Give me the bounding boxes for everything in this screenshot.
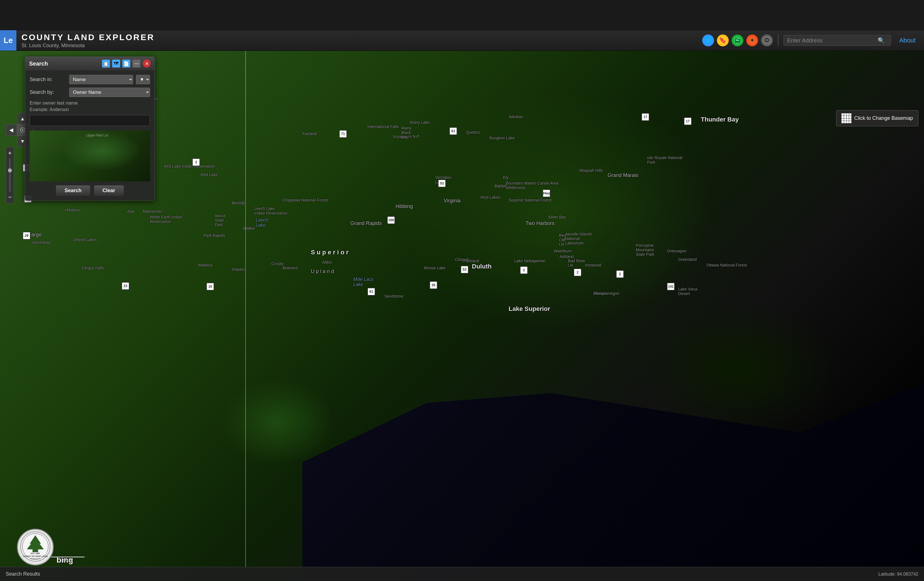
highway-shield-canada-hwy: Hwy bbox=[543, 189, 550, 197]
search-in-row: Search in: Name Address PIN ▼ bbox=[30, 75, 150, 84]
coordinate-display: Latitude: 94.083742 bbox=[878, 572, 918, 577]
search-dialog: Search 📋 🗺 📄 — ✕ Search in: Name Address… bbox=[25, 56, 155, 201]
address-search-input[interactable] bbox=[787, 37, 878, 44]
app-title: COUNTY LAND EXPLORER bbox=[21, 33, 155, 42]
svg-point-1 bbox=[22, 129, 23, 131]
search-by-label: Search by: bbox=[30, 89, 66, 95]
search-button-row: Search Clear bbox=[30, 185, 150, 196]
highway-shield-sl53: 53 bbox=[460, 266, 469, 274]
settings-icon[interactable]: ⚙ bbox=[761, 35, 773, 46]
basemap-grid-icon bbox=[842, 113, 851, 123]
search-hint: Enter owner last name bbox=[30, 100, 150, 106]
search-by-row: Search by: Owner Name Parcel ID Address bbox=[30, 87, 150, 97]
highway-shield-61-top: 61 bbox=[449, 127, 457, 135]
basemap-change-button[interactable]: Click to Change Basemap bbox=[836, 110, 918, 126]
search-dialog-icons: 📋 🗺 📄 — ✕ bbox=[102, 59, 150, 68]
layers-icon[interactable]: 🗂 bbox=[732, 35, 743, 46]
badge-inner: COUNTY OF SAINT LOUIS MINNESOTA EST. 185… bbox=[20, 531, 51, 563]
search-text-input[interactable] bbox=[30, 115, 150, 126]
search-dialog-body: Search in: Name Address PIN ▼ Search by:… bbox=[25, 70, 155, 200]
highway-shield-71: 71 bbox=[339, 130, 347, 138]
zoom-out-button[interactable]: − bbox=[8, 193, 12, 201]
county-badge: COUNTY OF SAINT LOUIS MINNESOTA EST. 185… bbox=[17, 529, 54, 565]
svg-text:COUNTY OF SAINT LOUIS: COUNTY OF SAINT LOUIS bbox=[23, 555, 48, 557]
svg-text:EST. 1856: EST. 1856 bbox=[31, 553, 40, 555]
pan-left-button[interactable]: ◀ bbox=[6, 124, 17, 135]
globe-icon[interactable]: 🌐 bbox=[702, 35, 714, 46]
search-example: Example: Anderson bbox=[30, 107, 150, 112]
search-magnifier-icon[interactable]: 🔍 bbox=[878, 37, 885, 44]
zoom-slider-track bbox=[9, 158, 10, 192]
dialog-map-preview: Upper Red Lol bbox=[30, 130, 150, 182]
highway-shield-2-r: 2 bbox=[520, 266, 528, 274]
search-in-label: Search in: bbox=[30, 77, 66, 83]
search-dialog-title: Search bbox=[29, 61, 48, 67]
highway-shield-141: 141 bbox=[667, 282, 675, 290]
search-results-label: Search Results bbox=[6, 571, 40, 577]
highway-shield-169: 169 bbox=[387, 216, 395, 224]
topbar-tools: 🌐 🔖 🗂 ✳ ⚙ 🔍 About bbox=[702, 35, 916, 46]
dialog-icon-1[interactable]: 📋 bbox=[102, 59, 110, 68]
topbar: Le COUNTY LAND EXPLORER St. Louis County… bbox=[0, 31, 924, 51]
highway-shield-23: 23 bbox=[122, 282, 129, 290]
highway-shield-2: 2 bbox=[192, 158, 200, 166]
app-title-block: COUNTY LAND EXPLORER St. Louis County, M… bbox=[21, 33, 155, 49]
county-line bbox=[245, 51, 246, 567]
bookmark-icon[interactable]: 🔖 bbox=[717, 35, 729, 46]
scale-bar: 50 mi bbox=[51, 556, 85, 563]
highway-shield-61: 61 bbox=[367, 288, 375, 295]
zoom-bar: + − bbox=[6, 147, 14, 203]
bottombar: Search Results Latitude: 94.083742 bbox=[0, 567, 924, 581]
pinwheel-icon[interactable]: ✳ bbox=[746, 35, 758, 46]
highway-shield-intl-17: 17 bbox=[642, 113, 649, 121]
zoom-in-button[interactable]: + bbox=[8, 150, 12, 157]
svg-text:MINNESOTA: MINNESOTA bbox=[30, 558, 40, 560]
dialog-icon-2[interactable]: 🗺 bbox=[112, 59, 120, 68]
search-in-select[interactable]: Name Address PIN bbox=[69, 75, 133, 84]
highway-shield-53: 53 bbox=[438, 180, 446, 187]
highway-shield-35: 35 bbox=[429, 281, 437, 289]
dialog-close-button[interactable]: ✕ bbox=[143, 59, 150, 68]
zoom-slider-thumb[interactable] bbox=[8, 168, 12, 172]
topbar-divider bbox=[778, 35, 779, 46]
clear-button[interactable]: Clear bbox=[94, 185, 124, 196]
search-execute-button[interactable]: Search bbox=[56, 185, 90, 196]
dialog-minimize-button[interactable]: — bbox=[132, 59, 140, 68]
highway-shield-intl-17b: 17 bbox=[684, 117, 692, 125]
search-dialog-header: Search 📋 🗺 📄 — ✕ bbox=[25, 57, 155, 70]
highway-shield-29-bot: 29 bbox=[23, 232, 31, 239]
scale-text: 50 mi bbox=[63, 558, 73, 563]
address-search-bar: 🔍 bbox=[784, 35, 891, 46]
highway-shield-2-bot: 2 bbox=[574, 269, 581, 276]
search-in-extra-select[interactable]: ▼ bbox=[136, 75, 150, 84]
about-button[interactable]: About bbox=[899, 37, 916, 44]
scale-line bbox=[51, 556, 85, 558]
highway-shield-10: 10 bbox=[206, 282, 214, 290]
app-subtitle: St. Louis County, Minnesota bbox=[21, 43, 155, 49]
dialog-icon-3[interactable]: 📄 bbox=[122, 59, 130, 68]
search-by-select[interactable]: Owner Name Parcel ID Address bbox=[69, 87, 150, 97]
basemap-btn-label: Click to Change Basemap bbox=[854, 115, 913, 121]
app-logo: Le bbox=[0, 30, 16, 51]
highway-shield-2-mid: 2 bbox=[616, 270, 624, 278]
